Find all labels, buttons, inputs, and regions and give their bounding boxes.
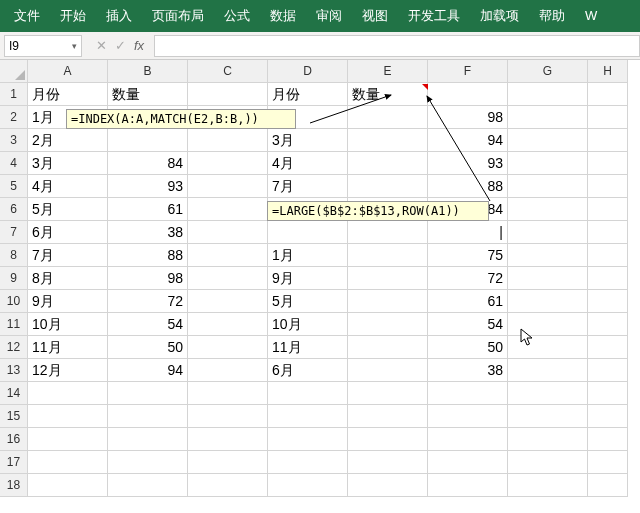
row-header-5[interactable]: 5 <box>0 175 28 198</box>
ribbon-tab-数据[interactable]: 数据 <box>260 0 306 32</box>
cell-G8[interactable] <box>508 244 588 267</box>
col-header-B[interactable]: B <box>108 60 188 83</box>
cell-C1[interactable] <box>188 83 268 106</box>
col-header-E[interactable]: E <box>348 60 428 83</box>
fx-icon[interactable]: fx <box>134 38 144 53</box>
cell-G18[interactable] <box>508 474 588 497</box>
cell-C3[interactable] <box>188 129 268 152</box>
cell-B10[interactable]: 72 <box>108 290 188 313</box>
cell-C5[interactable] <box>188 175 268 198</box>
cell-D8[interactable]: 1月 <box>268 244 348 267</box>
cell-A7[interactable]: 6月 <box>28 221 108 244</box>
cell-A5[interactable]: 4月 <box>28 175 108 198</box>
cell-E10[interactable] <box>348 290 428 313</box>
ribbon-tab-加载项[interactable]: 加载项 <box>470 0 529 32</box>
cell-D17[interactable] <box>268 451 348 474</box>
col-header-H[interactable]: H <box>588 60 628 83</box>
cell-A4[interactable]: 3月 <box>28 152 108 175</box>
cell-H5[interactable] <box>588 175 628 198</box>
cell-B15[interactable] <box>108 405 188 428</box>
cell-G15[interactable] <box>508 405 588 428</box>
cell-A18[interactable] <box>28 474 108 497</box>
cell-D18[interactable] <box>268 474 348 497</box>
cell-F8[interactable]: 75 <box>428 244 508 267</box>
cell-F12[interactable]: 50 <box>428 336 508 359</box>
row-header-2[interactable]: 2 <box>0 106 28 129</box>
cell-D12[interactable]: 11月 <box>268 336 348 359</box>
cell-E16[interactable] <box>348 428 428 451</box>
cell-F3[interactable]: 94 <box>428 129 508 152</box>
cell-E9[interactable] <box>348 267 428 290</box>
cell-E8[interactable] <box>348 244 428 267</box>
cell-F4[interactable]: 93 <box>428 152 508 175</box>
cell-C17[interactable] <box>188 451 268 474</box>
cell-A10[interactable]: 9月 <box>28 290 108 313</box>
cell-F15[interactable] <box>428 405 508 428</box>
cell-H10[interactable] <box>588 290 628 313</box>
cell-F16[interactable] <box>428 428 508 451</box>
cell-A8[interactable]: 7月 <box>28 244 108 267</box>
ribbon-tab-开始[interactable]: 开始 <box>50 0 96 32</box>
cell-E2[interactable] <box>348 106 428 129</box>
row-header-16[interactable]: 16 <box>0 428 28 451</box>
cell-G6[interactable] <box>508 198 588 221</box>
row-header-6[interactable]: 6 <box>0 198 28 221</box>
cell-A9[interactable]: 8月 <box>28 267 108 290</box>
cell-H15[interactable] <box>588 405 628 428</box>
cell-E14[interactable] <box>348 382 428 405</box>
row-header-1[interactable]: 1 <box>0 83 28 106</box>
cell-H16[interactable] <box>588 428 628 451</box>
ribbon-tab-W[interactable]: W <box>575 0 607 32</box>
cell-H11[interactable] <box>588 313 628 336</box>
cell-F17[interactable] <box>428 451 508 474</box>
cell-B3[interactable] <box>108 129 188 152</box>
cell-H2[interactable] <box>588 106 628 129</box>
cell-D14[interactable] <box>268 382 348 405</box>
cell-C4[interactable] <box>188 152 268 175</box>
cell-G10[interactable] <box>508 290 588 313</box>
col-header-F[interactable]: F <box>428 60 508 83</box>
cell-A16[interactable] <box>28 428 108 451</box>
cell-D16[interactable] <box>268 428 348 451</box>
cell-B9[interactable]: 98 <box>108 267 188 290</box>
cell-B4[interactable]: 84 <box>108 152 188 175</box>
cancel-icon[interactable]: ✕ <box>96 38 107 53</box>
cell-H18[interactable] <box>588 474 628 497</box>
cell-G11[interactable] <box>508 313 588 336</box>
row-header-12[interactable]: 12 <box>0 336 28 359</box>
cell-H13[interactable] <box>588 359 628 382</box>
cell-B16[interactable] <box>108 428 188 451</box>
cell-H6[interactable] <box>588 198 628 221</box>
cell-E13[interactable] <box>348 359 428 382</box>
cell-C14[interactable] <box>188 382 268 405</box>
cell-G4[interactable] <box>508 152 588 175</box>
cell-F2[interactable]: 98 <box>428 106 508 129</box>
cell-D9[interactable]: 9月 <box>268 267 348 290</box>
cell-B8[interactable]: 88 <box>108 244 188 267</box>
ribbon-tab-插入[interactable]: 插入 <box>96 0 142 32</box>
cell-H8[interactable] <box>588 244 628 267</box>
row-header-18[interactable]: 18 <box>0 474 28 497</box>
row-header-11[interactable]: 11 <box>0 313 28 336</box>
name-box[interactable]: I9 ▾ <box>4 35 82 57</box>
ribbon-tab-视图[interactable]: 视图 <box>352 0 398 32</box>
cell-G1[interactable] <box>508 83 588 106</box>
cell-F13[interactable]: 38 <box>428 359 508 382</box>
cell-G3[interactable] <box>508 129 588 152</box>
cell-B11[interactable]: 54 <box>108 313 188 336</box>
cell-C18[interactable] <box>188 474 268 497</box>
row-header-13[interactable]: 13 <box>0 359 28 382</box>
cell-E17[interactable] <box>348 451 428 474</box>
cell-E11[interactable] <box>348 313 428 336</box>
cell-A15[interactable] <box>28 405 108 428</box>
cell-E15[interactable] <box>348 405 428 428</box>
cell-B6[interactable]: 61 <box>108 198 188 221</box>
cell-E5[interactable] <box>348 175 428 198</box>
cell-H14[interactable] <box>588 382 628 405</box>
confirm-icon[interactable]: ✓ <box>115 38 126 53</box>
ribbon-tab-帮助[interactable]: 帮助 <box>529 0 575 32</box>
cell-G2[interactable] <box>508 106 588 129</box>
col-header-G[interactable]: G <box>508 60 588 83</box>
cell-E18[interactable] <box>348 474 428 497</box>
cell-F11[interactable]: 54 <box>428 313 508 336</box>
